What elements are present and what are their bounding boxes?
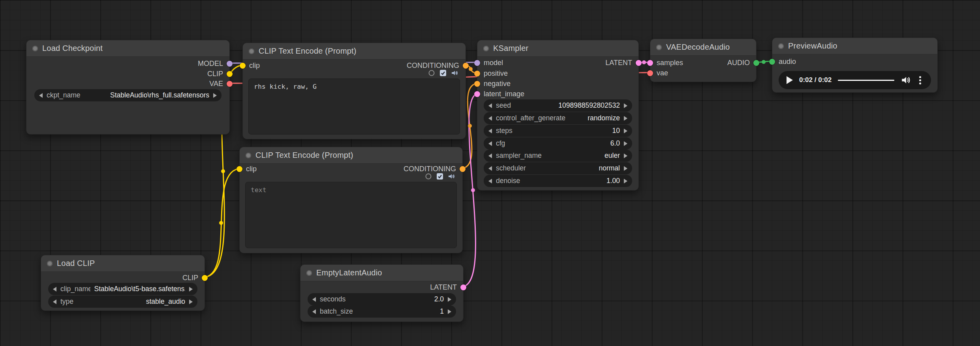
decrement-arrow-icon[interactable]	[53, 299, 56, 304]
increment-arrow-icon[interactable]	[213, 93, 217, 98]
port-dot-audio[interactable]	[769, 59, 775, 65]
port-dot-clip[interactable]	[240, 63, 246, 69]
node-empty-latent-audio[interactable]: EmptyLatentAudio LATENT seconds 2.0 batc…	[300, 264, 464, 322]
node-title-bar[interactable]: VAEDecodeAudio	[650, 39, 756, 56]
port-dot-clip[interactable]	[237, 166, 242, 172]
port-dot-latent[interactable]	[647, 60, 653, 66]
port-label: MODEL	[198, 60, 223, 68]
increment-arrow-icon[interactable]	[189, 299, 193, 304]
decrement-arrow-icon[interactable]	[53, 287, 56, 292]
widget-batch-size[interactable]: batch_size 1	[308, 305, 456, 318]
increment-arrow-icon[interactable]	[624, 116, 627, 121]
output-port-clip: CLIP	[207, 68, 233, 79]
widget-value: StableAudio\rhs_full.safetensors	[110, 91, 209, 99]
node-title-bar[interactable]: CLIP Text Encode (Prompt)	[240, 147, 462, 164]
port-dot-clip[interactable]	[227, 71, 233, 77]
widget-steps[interactable]: steps 10	[484, 125, 632, 137]
node-title-bar[interactable]: Load CLIP	[41, 255, 205, 272]
increment-arrow-icon[interactable]	[624, 141, 627, 146]
volume-icon[interactable]	[901, 75, 911, 85]
port-dot-latent[interactable]	[636, 60, 642, 66]
increment-arrow-icon[interactable]	[624, 103, 627, 108]
port-label: CONDITIONING	[407, 62, 459, 70]
node-load-checkpoint[interactable]: Load Checkpoint MODEL CLIP VAE ckpt_name…	[26, 40, 230, 135]
node-title-bar[interactable]: PreviewAudio	[772, 38, 937, 54]
decrement-arrow-icon[interactable]	[488, 103, 492, 108]
node-graph-canvas[interactable]: Load Checkpoint MODEL CLIP VAE ckpt_name…	[0, 0, 980, 346]
increment-arrow-icon[interactable]	[624, 179, 627, 183]
decrement-arrow-icon[interactable]	[488, 179, 492, 183]
decrement-arrow-icon[interactable]	[488, 129, 492, 133]
port-dot-conditioning[interactable]	[463, 63, 469, 69]
decrement-arrow-icon[interactable]	[312, 297, 316, 302]
port-dot-conditioning[interactable]	[474, 81, 480, 87]
text-widget-toolbar	[424, 172, 455, 180]
node-ksampler[interactable]: KSampler model positive negative latent_…	[477, 40, 639, 191]
port-dot-vae[interactable]	[647, 70, 653, 76]
widget-ckpt-name[interactable]: ckpt_name StableAudio\rhs_full.safetenso…	[34, 89, 222, 101]
widget-value: euler	[605, 151, 620, 160]
node-title-bar[interactable]: Load Checkpoint	[26, 40, 229, 57]
decrement-arrow-icon[interactable]	[488, 116, 492, 121]
increment-arrow-icon[interactable]	[189, 287, 193, 292]
widget-cfg[interactable]: cfg 6.0	[484, 137, 632, 150]
port-dot-conditioning[interactable]	[460, 166, 466, 172]
port-label: audio	[779, 58, 796, 66]
port-label: positive	[484, 69, 508, 78]
node-status-dot-icon	[47, 261, 53, 266]
checkbox-checked-icon[interactable]	[439, 69, 447, 77]
seek-bar[interactable]	[838, 80, 894, 81]
port-dot-conditioning[interactable]	[474, 71, 480, 77]
widget-control-after-generate[interactable]: control_after_generate randomize	[484, 112, 632, 124]
port-label: latent_image	[484, 90, 524, 98]
increment-arrow-icon[interactable]	[624, 129, 627, 133]
speaker-icon[interactable]	[451, 69, 458, 77]
port-dot-model[interactable]	[474, 60, 480, 66]
decrement-arrow-icon[interactable]	[39, 93, 43, 98]
widget-scheduler[interactable]: scheduler normal	[484, 162, 632, 174]
history-icon[interactable]	[428, 69, 436, 77]
node-clip-text-encode-positive[interactable]: CLIP Text Encode (Prompt) clip CONDITION…	[242, 43, 466, 139]
widget-value: 6.0	[610, 139, 620, 148]
widget-value: stable_audio	[146, 297, 185, 306]
play-button[interactable]	[787, 76, 793, 84]
port-label: CLIP	[182, 274, 198, 282]
decrement-arrow-icon[interactable]	[488, 153, 492, 158]
port-dot-audio[interactable]	[753, 60, 759, 66]
port-dot-latent[interactable]	[474, 91, 480, 97]
prompt-text-input[interactable]: rhs kick, raw, G	[248, 79, 460, 135]
prompt-text-input[interactable]: text	[245, 182, 457, 248]
widget-type[interactable]: type stable_audio	[48, 296, 197, 308]
node-title-bar[interactable]: CLIP Text Encode (Prompt)	[243, 43, 466, 60]
port-dot-clip[interactable]	[202, 275, 208, 281]
node-title: CLIP Text Encode (Prompt)	[255, 151, 353, 160]
node-vae-decode-audio[interactable]: VAEDecodeAudio samples vae AUDIO	[650, 39, 757, 82]
checkbox-checked-icon[interactable]	[436, 172, 444, 180]
history-icon[interactable]	[424, 172, 432, 180]
node-load-clip[interactable]: Load CLIP CLIP clip_name StableAudio\t5-…	[41, 255, 205, 311]
widget-sampler-name[interactable]: sampler_name euler	[484, 150, 632, 162]
node-status-dot-icon	[656, 45, 662, 50]
decrement-arrow-icon[interactable]	[312, 309, 316, 314]
node-clip-text-encode-negative[interactable]: CLIP Text Encode (Prompt) clip CONDITION…	[239, 147, 463, 253]
decrement-arrow-icon[interactable]	[488, 141, 492, 146]
port-dot-latent[interactable]	[460, 284, 466, 290]
widget-denoise[interactable]: denoise 1.00	[484, 175, 632, 187]
audio-player: 0:02 / 0:02	[779, 71, 931, 89]
port-dot-model[interactable]	[227, 61, 233, 67]
node-title-bar[interactable]: EmptyLatentAudio	[300, 265, 463, 281]
input-port-audio: audio	[769, 56, 796, 67]
decrement-arrow-icon[interactable]	[488, 166, 492, 171]
increment-arrow-icon[interactable]	[624, 166, 627, 171]
port-dot-vae[interactable]	[227, 81, 233, 87]
node-title-bar[interactable]: KSampler	[477, 40, 638, 57]
widget-seed[interactable]: seed 1098988592802532	[484, 99, 632, 112]
increment-arrow-icon[interactable]	[448, 297, 451, 302]
speaker-icon[interactable]	[447, 172, 455, 180]
widget-clip-name[interactable]: clip_name StableAudio\t5-base.safetens..…	[48, 283, 197, 295]
increment-arrow-icon[interactable]	[448, 309, 451, 314]
increment-arrow-icon[interactable]	[624, 153, 627, 158]
kebab-menu-icon[interactable]	[919, 79, 921, 81]
node-preview-audio[interactable]: PreviewAudio audio 0:02 / 0:02	[772, 37, 938, 93]
widget-seconds[interactable]: seconds 2.0	[308, 293, 456, 305]
